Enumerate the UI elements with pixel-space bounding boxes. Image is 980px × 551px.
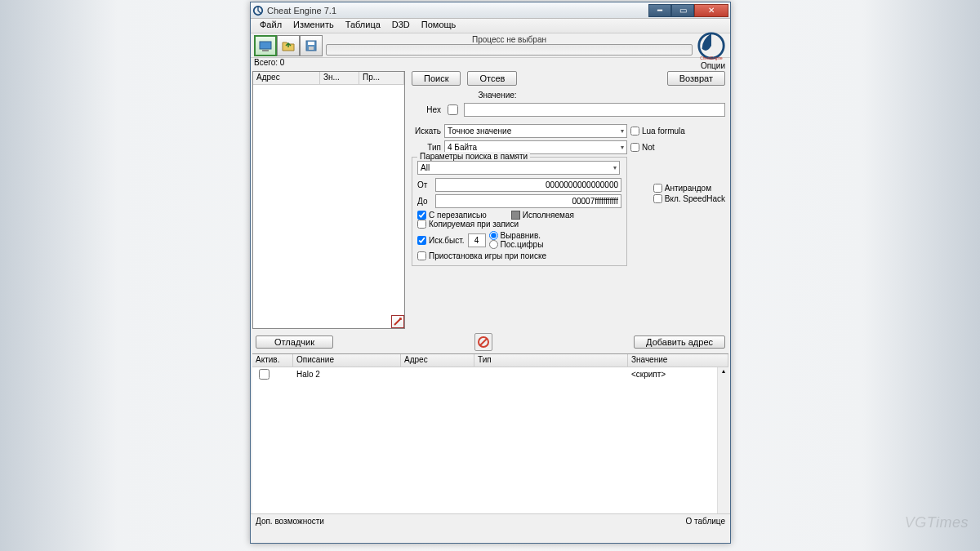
row-value[interactable]: <скрипт> [628,370,728,379]
pause-game-checkbox[interactable] [417,251,426,260]
process-label: Процесс не выбран [326,35,693,44]
ce-logo-icon[interactable]: CheatEngine [696,30,727,61]
open-process-button[interactable] [254,35,277,56]
statusbar: Доп. возможности О таблице [251,513,730,528]
cheat-table-body[interactable]: Halo 2 <скрипт> ▴ [252,367,728,513]
from-label: От [417,180,432,189]
clear-results-button[interactable] [391,315,404,328]
row-active-checkbox[interactable] [259,369,270,380]
menu-table[interactable]: Таблица [340,19,386,33]
svg-rect-4 [308,42,314,45]
watermark: VGTimes [905,514,969,531]
from-input[interactable] [435,178,621,192]
col-value[interactable]: Зн... [320,72,359,84]
next-scan-button[interactable]: Отсев [467,71,517,86]
writable-checkbox[interactable] [417,211,426,220]
memory-region-dropdown[interactable]: All [417,161,620,175]
close-button[interactable]: ✕ [694,4,728,17]
mid-controls: Отладчик Добавить адрес [251,331,730,353]
status-left[interactable]: Доп. возможности [256,517,324,526]
open-file-button[interactable] [277,35,300,56]
results-body[interactable] [253,85,404,315]
col-address[interactable]: Адрес [253,72,320,84]
svg-rect-2 [262,50,269,51]
cheat-table: Актив. Описание Адрес Тип Значение Halo … [252,353,728,513]
scan-type-dropdown[interactable]: Точное значение [444,124,627,138]
cheat-table-header: Актив. Описание Адрес Тип Значение [252,354,728,367]
menu-d3d[interactable]: D3D [386,19,416,33]
value-input[interactable] [464,103,725,117]
menu-help[interactable]: Помощь [416,19,462,33]
svg-line-10 [480,339,487,345]
toolbar: Процесс не выбран CheatEngine [251,33,730,58]
svg-text:CheatEngine: CheatEngine [700,56,723,60]
col-value[interactable]: Значение [628,354,728,367]
value-label: Значение: [412,91,583,100]
col-previous[interactable]: Пр... [359,72,404,84]
copy-on-write-checkbox[interactable] [417,220,426,229]
hex-checkbox[interactable] [448,104,458,115]
menu-edit[interactable]: Изменить [287,19,340,33]
col-address[interactable]: Адрес [401,354,474,367]
menu-file[interactable]: Файл [254,19,287,33]
table-row[interactable]: Halo 2 <скрипт> [252,367,728,380]
alignment-radio[interactable] [489,231,498,240]
minimize-button[interactable]: ━ [648,4,671,17]
col-description[interactable]: Описание [293,354,401,367]
executable-checkbox[interactable] [511,211,520,220]
to-input[interactable] [435,194,621,208]
save-button[interactable] [300,35,323,56]
hex-label: Hex [412,105,441,114]
scroll-up-icon[interactable]: ▴ [718,367,728,379]
undo-scan-button[interactable]: Возврат [667,71,725,86]
first-scan-button[interactable]: Поиск [412,71,461,86]
window-title: Cheat Engine 7.1 [267,6,648,16]
last-digits-radio[interactable] [489,240,498,249]
svg-rect-1 [260,42,271,49]
svg-line-8 [394,318,401,325]
app-icon [252,5,264,16]
debugger-button[interactable]: Отладчик [256,335,333,349]
results-header: Адрес Зн... Пр... [253,72,404,85]
row-description[interactable]: Halo 2 [293,370,401,379]
results-list: Адрес Зн... Пр... [252,71,405,329]
to-label: До [417,197,432,206]
window-controls: ━ ▭ ✕ [648,4,728,17]
fast-scan-checkbox[interactable] [417,236,426,245]
app-window: Cheat Engine 7.1 ━ ▭ ✕ Файл Изменить Таб… [250,2,731,544]
speedhack-checkbox[interactable] [653,194,662,203]
process-bar: Процесс не выбран [326,35,693,56]
table-scrollbar[interactable]: ▴ [717,367,728,513]
not-checkbox[interactable] [630,143,639,152]
progress-bar [326,44,693,56]
scan-panel: Поиск Отсев Возврат Значение: Hex Искать… [407,69,730,331]
memory-scan-options: Параметры поиска в памяти All От До С пе… [412,157,627,266]
col-type[interactable]: Тип [474,354,628,367]
status-right[interactable]: О таблице [686,517,725,526]
side-options: Антирандом Вкл. SpeedHack [653,184,725,203]
col-active[interactable]: Актив. [252,354,293,367]
maximize-button[interactable]: ▭ [671,4,694,17]
fast-scan-input[interactable] [468,233,486,247]
no-entry-icon[interactable] [474,333,492,351]
main-area: Адрес Зн... Пр... Поиск Отсев Возврат Зн… [251,69,730,331]
scan-type-label: Искать [412,127,441,136]
lua-formula-checkbox[interactable] [630,127,639,136]
menubar: Файл Изменить Таблица D3D Помощь [251,19,730,33]
memory-params-label: Параметры поиска в памяти [417,152,530,161]
antirandom-checkbox[interactable] [653,184,662,193]
value-type-label: Тип [412,143,441,152]
totals-label: Всего: 0 [251,58,730,69]
add-address-button[interactable]: Добавить адрес [634,335,725,349]
titlebar[interactable]: Cheat Engine 7.1 ━ ▭ ✕ [251,2,730,19]
svg-rect-5 [309,47,314,50]
